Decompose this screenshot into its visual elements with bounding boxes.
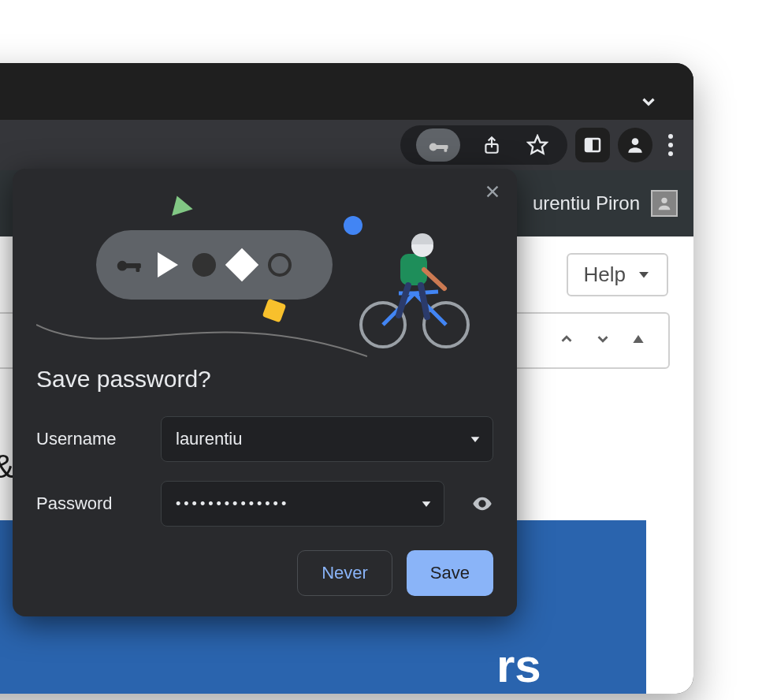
- key-icon[interactable]: [416, 128, 460, 162]
- username-row: Username laurentiu: [13, 407, 517, 471]
- profile-icon[interactable]: [618, 128, 652, 162]
- decorative-triangle: [166, 192, 192, 216]
- diamond-icon: [225, 248, 258, 281]
- svg-marker-27: [471, 437, 480, 442]
- site-user-name: urentiu Piron: [533, 192, 640, 214]
- omnibox-actions: [400, 125, 567, 165]
- popover-illustration: [13, 169, 517, 366]
- ring-icon: [268, 253, 292, 277]
- hero-text-fragment: rs: [496, 639, 541, 693]
- chevron-down-icon[interactable]: [594, 330, 612, 351]
- svg-line-20: [415, 292, 438, 293]
- browser-toolbar: [0, 120, 693, 170]
- help-button[interactable]: Help: [567, 253, 668, 296]
- circle-icon: [192, 253, 216, 277]
- svg-marker-10: [633, 335, 643, 343]
- username-label: Username: [36, 429, 147, 449]
- password-pill-graphic: [96, 230, 333, 300]
- chevron-down-icon[interactable]: [638, 91, 659, 115]
- dropdown-icon: [469, 433, 481, 445]
- panel-icon[interactable]: [575, 128, 610, 162]
- password-field[interactable]: ••••••••••••••: [161, 481, 444, 527]
- chevron-up-icon[interactable]: [558, 330, 575, 351]
- svg-rect-15: [136, 263, 140, 272]
- svg-marker-9: [639, 272, 649, 278]
- popover-actions: Never Save: [13, 536, 517, 596]
- username-field[interactable]: laurentiu: [161, 416, 493, 462]
- triangle-up-icon[interactable]: [630, 331, 646, 350]
- popover-title: Save password?: [13, 366, 517, 407]
- browser-window: urentiu Piron Help & rs: [0, 63, 693, 694]
- svg-line-24: [424, 270, 444, 289]
- svg-rect-6: [586, 139, 593, 151]
- share-icon[interactable]: [478, 131, 506, 159]
- svg-point-8: [661, 198, 667, 203]
- password-label: Password: [36, 493, 147, 514]
- password-value: ••••••••••••••: [176, 496, 289, 512]
- decorative-wave: [36, 317, 367, 366]
- svg-point-29: [481, 502, 485, 506]
- dropdown-icon: [420, 497, 433, 510]
- avatar[interactable]: [651, 190, 678, 217]
- svg-line-19: [415, 293, 446, 325]
- svg-line-26: [421, 285, 427, 317]
- svg-point-7: [632, 138, 639, 145]
- save-password-popover: Save password? Username laurentiu Passwo…: [13, 169, 517, 616]
- username-value: laurentiu: [176, 429, 242, 449]
- play-icon: [158, 252, 178, 277]
- svg-marker-4: [528, 136, 546, 153]
- password-row: Password ••••••••••••••: [13, 471, 517, 536]
- eye-icon[interactable]: [471, 493, 493, 515]
- help-label: Help: [584, 262, 626, 287]
- star-icon[interactable]: [523, 131, 552, 159]
- save-button[interactable]: Save: [407, 550, 493, 596]
- never-button[interactable]: Never: [297, 550, 392, 596]
- svg-rect-2: [444, 145, 448, 152]
- menu-icon[interactable]: [660, 128, 681, 162]
- cyclist-illustration: [351, 230, 478, 348]
- window-titlebar: [0, 63, 693, 120]
- svg-marker-28: [422, 501, 431, 507]
- key-icon: [113, 248, 143, 281]
